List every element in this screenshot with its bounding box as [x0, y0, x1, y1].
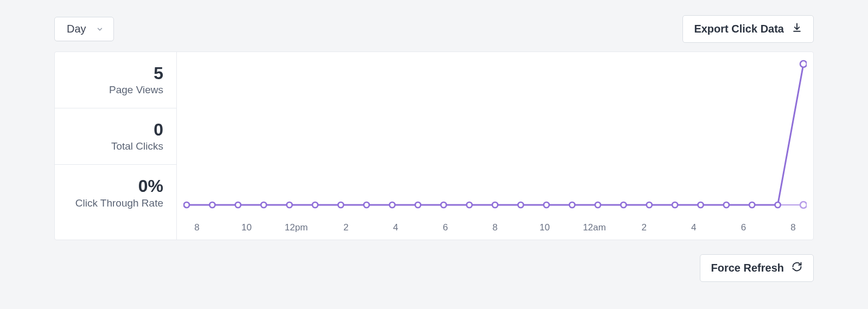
svg-point-41 [570, 202, 575, 208]
x-tick-label: 8 [483, 222, 508, 233]
svg-point-32 [338, 202, 343, 208]
x-tick-label: 6 [731, 222, 756, 233]
stat-value: 0 [60, 120, 163, 139]
stat-value: 5 [60, 64, 163, 83]
download-icon [792, 22, 802, 36]
chevron-down-icon [96, 25, 104, 33]
svg-point-43 [621, 202, 626, 208]
x-tick-label [309, 222, 334, 233]
svg-point-29 [261, 202, 266, 208]
svg-point-48 [749, 202, 755, 208]
refresh-icon [792, 261, 802, 275]
svg-point-47 [724, 202, 729, 208]
panel-footer: Force Refresh [54, 254, 814, 282]
stats-sidebar: 5 Page Views 0 Total Clicks 0% Click Thr… [55, 52, 177, 240]
refresh-label: Force Refresh [711, 262, 784, 274]
x-tick-label: 8 [184, 222, 209, 233]
x-tick-label [259, 222, 284, 233]
x-tick-label: 2 [334, 222, 359, 233]
x-tick-label: 10 [532, 222, 557, 233]
x-tick-label [706, 222, 731, 233]
x-tick-label [507, 222, 532, 233]
x-tick-label: 2 [631, 222, 656, 233]
x-tick-label: 4 [681, 222, 706, 233]
svg-point-36 [441, 202, 446, 208]
stat-ctr[interactable]: 0% Click Through Rate [55, 165, 176, 221]
x-tick-label: 12am [582, 222, 607, 233]
svg-point-38 [493, 202, 498, 208]
x-tick-label: 6 [433, 222, 458, 233]
x-tick-label [209, 222, 234, 233]
x-tick-label: 4 [383, 222, 408, 233]
svg-point-37 [467, 202, 472, 208]
svg-point-35 [415, 202, 420, 208]
svg-point-40 [544, 202, 549, 208]
x-tick-label: 12pm [284, 222, 309, 233]
analytics-panel: 5 Page Views 0 Total Clicks 0% Click Thr… [54, 52, 814, 240]
x-tick-label [607, 222, 632, 233]
x-tick-label [756, 222, 781, 233]
svg-point-30 [287, 202, 292, 208]
x-tick-label [656, 222, 681, 233]
stat-page-views[interactable]: 5 Page Views [55, 52, 176, 108]
svg-point-49 [775, 202, 781, 208]
svg-point-45 [672, 202, 678, 208]
svg-point-33 [364, 202, 369, 208]
stat-label: Click Through Rate [60, 197, 163, 209]
x-tick-label: 8 [781, 222, 806, 233]
x-tick-label [458, 222, 483, 233]
time-range-select[interactable]: Day [54, 17, 114, 41]
svg-point-50 [800, 61, 807, 67]
time-range-value: Day [67, 23, 86, 35]
stat-value: 0% [60, 177, 163, 196]
svg-point-46 [698, 202, 704, 208]
export-label: Export Click Data [694, 23, 784, 35]
stat-label: Page Views [60, 84, 163, 96]
svg-point-34 [390, 202, 395, 208]
svg-point-31 [312, 202, 318, 208]
svg-point-28 [235, 202, 241, 208]
line-chart [183, 59, 807, 219]
force-refresh-button[interactable]: Force Refresh [700, 254, 814, 282]
x-tick-label [408, 222, 433, 233]
toolbar: Day Export Click Data [54, 15, 814, 43]
stat-total-clicks[interactable]: 0 Total Clicks [55, 108, 176, 165]
svg-point-42 [595, 202, 601, 208]
svg-point-25 [800, 202, 807, 208]
svg-point-26 [184, 202, 189, 208]
stat-label: Total Clicks [60, 140, 163, 152]
svg-point-39 [518, 202, 524, 208]
x-tick-label [359, 222, 384, 233]
svg-point-44 [647, 202, 652, 208]
x-tick-label [557, 222, 582, 233]
export-click-data-button[interactable]: Export Click Data [682, 15, 814, 43]
x-axis-labels: 81012pm24681012am2468 [183, 219, 807, 235]
x-tick-label: 10 [234, 222, 259, 233]
chart-area: 81012pm24681012am2468 [177, 52, 813, 240]
svg-point-27 [209, 202, 215, 208]
